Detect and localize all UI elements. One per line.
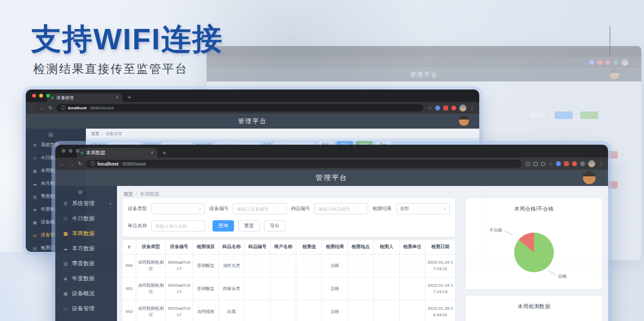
table-cell <box>270 255 296 278</box>
gear-icon: ⚙ <box>32 143 38 148</box>
toolbar-icons: ☆ ⋮ <box>428 104 475 111</box>
sample-no-label: 样品编号 <box>291 205 310 212</box>
extension-icon[interactable] <box>443 106 448 110</box>
column-header: 检测日期 <box>425 240 455 255</box>
extensions-puzzle-icon[interactable] <box>580 161 585 166</box>
close-window-icon[interactable] <box>62 149 65 153</box>
extension-icon[interactable] <box>564 161 569 166</box>
breadcrumb-root[interactable]: 首页 <box>91 131 99 137</box>
sidebar-item-today[interactable]: ◷ 今日数据 <box>55 211 117 226</box>
extension-icon[interactable] <box>435 106 440 110</box>
clock-icon: ◷ <box>32 156 38 161</box>
tab-close-icon[interactable]: × <box>116 95 119 100</box>
sidebar-item-device-manage[interactable]: ▭ 设备管理 <box>55 301 117 316</box>
maximize-window-icon[interactable] <box>76 149 79 153</box>
back-icon[interactable]: ← <box>30 105 35 111</box>
app-title: 管理平台 <box>238 117 267 125</box>
extension-icon[interactable] <box>597 60 602 65</box>
browser-menu-icon[interactable]: ⋮ <box>470 105 475 111</box>
breadcrumb-current: 本周数据 <box>140 191 159 198</box>
tab-close-icon[interactable]: × <box>151 150 153 155</box>
pie-pass-label: 合格 <box>558 273 567 279</box>
result-select[interactable]: 全部 ∨ <box>396 203 450 214</box>
new-tab-button[interactable]: + <box>163 150 166 158</box>
chevron-down-icon: ∨ <box>443 207 446 211</box>
cloud-icon: ☁ <box>63 246 68 251</box>
breadcrumb-root[interactable]: 首页 <box>123 191 133 198</box>
window-controls[interactable] <box>62 149 79 153</box>
sidebar-collapse-icon[interactable]: ▤ <box>26 129 86 139</box>
browser-profile-avatar[interactable] <box>459 104 466 111</box>
extension-icon[interactable] <box>605 60 610 65</box>
browser-tab[interactable]: V 本周数据 × <box>77 148 157 158</box>
vue-favicon-icon: V <box>51 95 54 100</box>
address-bar[interactable]: ⓘ localhost :8080/week <box>86 160 522 168</box>
weekly-data-table: # 设备类型 设备编号 检测项目 样品名称 样品编号 商户名称 检测值 检测结果… <box>122 240 455 321</box>
translate-icon[interactable] <box>533 162 538 166</box>
browser-menu-icon[interactable]: ⋮ <box>632 59 637 65</box>
browser-tab[interactable]: V 设备管理 × <box>47 93 122 102</box>
sidebar-item-month[interactable]: ☁ 本月数据 <box>55 241 117 256</box>
browser-toolbar: ← → ↻ ⓘ localhost :8080/device ☆ ⋮ <box>26 102 479 114</box>
extensions-puzzle-icon[interactable] <box>613 60 618 65</box>
incognito-icon[interactable] <box>541 162 545 166</box>
sidebar-item-year[interactable]: ◈ 年度数据 <box>55 271 117 286</box>
minimize-window-icon[interactable] <box>39 94 43 98</box>
sidebar-item-system[interactable]: ⚙ 系统管理 ∨ <box>55 196 117 211</box>
user-avatar[interactable] <box>458 115 470 126</box>
extension-icon[interactable] <box>556 161 561 166</box>
site-info-icon[interactable]: ⓘ <box>90 161 94 167</box>
export-button[interactable]: 导出 <box>264 220 286 232</box>
sidebar-collapse-icon[interactable]: ▤ <box>55 186 117 196</box>
address-bar[interactable]: ⓘ localhost :8080/device <box>56 104 423 111</box>
close-window-icon[interactable] <box>32 94 36 98</box>
device-type-select[interactable]: ∨ <box>151 203 205 214</box>
browser-menu-icon[interactable]: ⋮ <box>598 161 604 167</box>
sample-no-input[interactable] <box>314 203 368 214</box>
tab-title: 设备管理 <box>56 95 74 101</box>
key-icon[interactable] <box>526 162 530 166</box>
extension-icon[interactable] <box>451 106 456 110</box>
ghost-button <box>529 111 547 119</box>
maximize-window-icon[interactable] <box>46 94 50 98</box>
browser-toolbar: ← → ↻ ⓘ localhost :8080/week ☆ ⋮ <box>55 158 608 170</box>
sidebar-item-quarter[interactable]: ▥ 季度数据 <box>55 256 117 271</box>
sidebar: ▤ ⚙ 系统管理 ∨ ◷ 今日数据 ▦ 本周数据 ☁ 本月数据 <box>55 186 117 321</box>
new-tab-button[interactable]: + <box>128 94 131 102</box>
extension-icon[interactable] <box>589 60 594 65</box>
table-header-row: # 设备类型 设备编号 检测项目 样品名称 样品编号 商户名称 检测值 检测结果… <box>122 240 455 255</box>
bookmark-star-icon[interactable]: ☆ <box>548 162 553 166</box>
search-button[interactable]: 查询 <box>213 220 234 232</box>
bookmark-star-icon[interactable]: ☆ <box>428 106 432 110</box>
browser-profile-avatar[interactable] <box>588 160 595 167</box>
site-info-icon[interactable]: ⓘ <box>61 105 65 111</box>
back-icon[interactable]: ← <box>60 161 65 167</box>
user-avatar[interactable] <box>582 171 596 185</box>
minimize-window-icon[interactable] <box>69 149 72 153</box>
table-cell <box>399 255 425 278</box>
table-cell: 白菜 <box>219 301 245 321</box>
reload-icon[interactable]: ↻ <box>48 105 53 111</box>
user-avatar[interactable] <box>609 69 620 80</box>
sidebar-item-label: 年度数据 <box>72 275 94 282</box>
breadcrumb: 首页 / 设备管理 <box>91 131 122 137</box>
table-row: 992 农药残留检测仪 9020aaf7c917 农药残留 白菜 合格 <box>122 301 455 321</box>
app-title: 管理平台 <box>316 173 348 183</box>
table-cell: 农药残留检测仪 <box>136 301 165 321</box>
extension-icon[interactable] <box>572 161 577 166</box>
forward-icon[interactable]: → <box>69 161 74 167</box>
table-cell <box>399 278 425 301</box>
sidebar-item-device-overview[interactable]: ▣ 设备概况 <box>55 286 117 301</box>
table-cell <box>348 255 374 278</box>
forward-icon[interactable]: → <box>39 105 45 111</box>
browser-profile-avatar[interactable] <box>621 59 628 66</box>
reset-button[interactable]: 重置 <box>238 220 260 232</box>
reload-icon[interactable]: ↻ <box>78 161 82 167</box>
filter-row-2: 单位名称 查询 重置 导出 <box>128 220 450 232</box>
sidebar-item-week[interactable]: ▦ 本周数据 <box>55 226 117 241</box>
pie-card-title: 本周合格/不合格 <box>466 198 602 213</box>
unit-name-input[interactable] <box>151 220 205 232</box>
device-no-input[interactable] <box>233 203 287 214</box>
table-cell <box>270 301 296 321</box>
window-controls[interactable] <box>32 94 50 98</box>
